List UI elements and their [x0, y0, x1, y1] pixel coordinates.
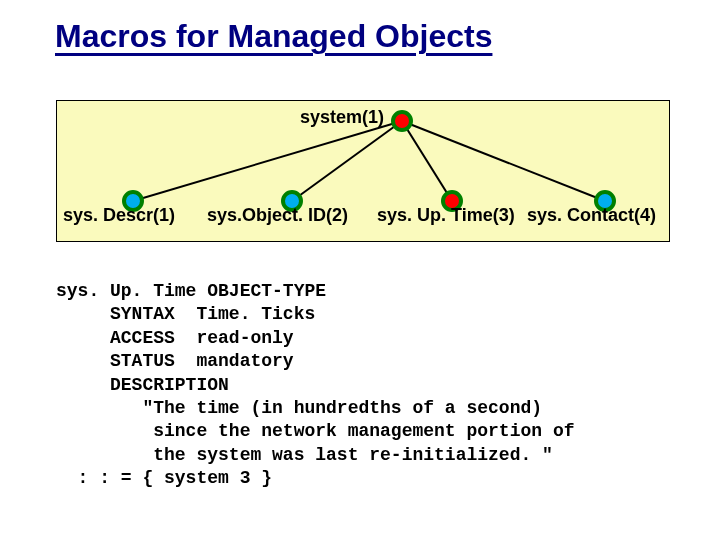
root-node-icon	[393, 112, 411, 130]
macro-line: the system was last re-initialized. "	[56, 445, 553, 465]
tree-edge	[402, 121, 605, 201]
macro-line: STATUS mandatory	[56, 351, 294, 371]
root-node-label: system(1)	[57, 107, 384, 128]
macro-line: DESCRIPTION	[56, 375, 229, 395]
slide-title: Macros for Managed Objects	[55, 18, 492, 55]
leaf-label-sysuptime: sys. Up. Time(3)	[377, 205, 515, 226]
tree-edge	[402, 121, 452, 201]
macro-line: ACCESS read-only	[56, 328, 294, 348]
tree-edge	[133, 121, 402, 201]
tree-edge	[292, 121, 402, 201]
macro-line: SYNTAX Time. Ticks	[56, 304, 315, 324]
macro-line: "The time (in hundredths of a second)	[56, 398, 542, 418]
leaf-label-sysobjectid: sys.Object. ID(2)	[207, 205, 348, 226]
macro-line: sys. Up. Time OBJECT-TYPE	[56, 281, 326, 301]
leaf-label-sysdescr: sys. Descr(1)	[63, 205, 175, 226]
macro-line: : : = { system 3 }	[56, 468, 272, 488]
macro-line: since the network management portion of	[56, 421, 574, 441]
tree-diagram: system(1) sys. Descr(1) sys.Object. ID(2…	[56, 100, 670, 242]
leaf-label-syscontact: sys. Contact(4)	[527, 205, 656, 226]
macro-definition: sys. Up. Time OBJECT-TYPE SYNTAX Time. T…	[56, 280, 668, 491]
